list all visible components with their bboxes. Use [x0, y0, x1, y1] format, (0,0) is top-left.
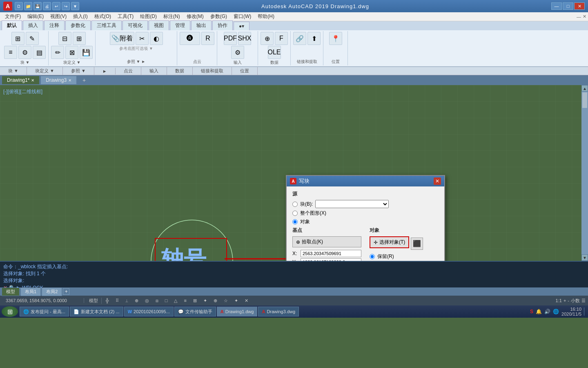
tool-redo[interactable]: ↪: [62, 2, 70, 10]
define-attr-icon[interactable]: ≡: [4, 46, 17, 59]
tab-more[interactable]: ●▾: [234, 22, 249, 30]
ribbon-minimize[interactable]: —: [577, 14, 581, 19]
wblock-icon[interactable]: ⊞: [73, 32, 86, 45]
section-input[interactable]: 输入: [141, 67, 167, 75]
menu-edit[interactable]: 编辑(E): [24, 12, 47, 21]
sel-cycling-button[interactable]: ≡: [181, 298, 189, 303]
menu-view[interactable]: 视图(V): [47, 12, 70, 21]
attach-icon[interactable]: 📎附着: [110, 32, 134, 45]
canvas-area[interactable]: [-][俯视][二维线框] 轴号 ▲ ▼: [0, 85, 588, 261]
new-doc-tab[interactable]: +: [78, 76, 91, 85]
pdf-set-icon[interactable]: ⚙: [231, 46, 244, 59]
create-block-icon[interactable]: ⊟: [58, 32, 71, 45]
doc-tab-drawing1[interactable]: Drawing1* ✕: [2, 76, 40, 85]
tool-menu[interactable]: ▼: [71, 2, 79, 10]
scroll-down-button[interactable]: ▼: [581, 254, 588, 261]
section-ref[interactable]: 参照 ▼: [63, 67, 94, 75]
autodesk-icon[interactable]: 🅐: [180, 32, 200, 45]
scroll-up-button[interactable]: ▲: [581, 85, 588, 92]
edit-icon[interactable]: ✎: [26, 32, 39, 45]
taskbar-wechat[interactable]: 💬 文件传输助手: [174, 307, 216, 316]
start-button[interactable]: ⊞: [2, 306, 18, 317]
radio-whole-label[interactable]: 整个图形(X): [300, 210, 326, 217]
vertical-scrollbar[interactable]: ▲ ▼: [581, 85, 588, 261]
x-input[interactable]: [301, 250, 361, 257]
taskbar-drawing3[interactable]: A Drawing3.dwg: [258, 307, 299, 316]
bedit-icon[interactable]: ✏: [51, 46, 64, 59]
zoom-in[interactable]: +: [564, 298, 566, 303]
snap-button[interactable]: ⠿: [113, 298, 121, 303]
block-select[interactable]: [315, 200, 389, 208]
ole-icon[interactable]: OLE: [268, 46, 281, 59]
pdf-icon[interactable]: PDF: [224, 32, 237, 45]
pick-point-button[interactable]: ⊕ 拾取点(K): [292, 236, 361, 247]
add-layout-button[interactable]: +: [63, 288, 69, 295]
zoom-out[interactable]: -: [568, 298, 569, 303]
ortho-button[interactable]: ⟂: [123, 298, 131, 303]
taskbar-wps[interactable]: W 2020102610095...: [124, 307, 174, 316]
tab-3d[interactable]: 三维工具: [91, 20, 122, 30]
lwt-button[interactable]: □: [163, 298, 170, 303]
section-data[interactable]: 数据: [167, 67, 193, 75]
tab-default[interactable]: 默认: [2, 20, 22, 30]
linewidth-button[interactable]: ☆: [221, 298, 230, 303]
tray-volume-icon[interactable]: 🔊: [544, 309, 550, 314]
manage-icon[interactable]: ⚙: [18, 46, 31, 59]
section-pointcloud[interactable]: 点云: [116, 67, 141, 75]
cmd-input[interactable]: [22, 285, 585, 291]
radio-whole[interactable]: [292, 211, 298, 216]
tab-collaborate[interactable]: 协作: [212, 20, 233, 30]
maximize-button[interactable]: □: [563, 2, 573, 10]
section-blockdef[interactable]: 块定义 ▼: [27, 67, 63, 75]
section-block[interactable]: 块 ▼: [0, 67, 27, 75]
retain-label[interactable]: 保留(R): [377, 253, 394, 260]
show-desktop-button[interactable]: [584, 307, 586, 316]
tray-bell-icon[interactable]: 🔔: [536, 309, 542, 314]
3d-osnap-button[interactable]: ⊞: [191, 298, 199, 303]
y-input[interactable]: [301, 258, 361, 261]
tray-network-icon[interactable]: 🌐: [553, 309, 559, 314]
close-button[interactable]: ✕: [574, 2, 585, 10]
tab-insert[interactable]: 插入: [23, 20, 43, 30]
bsave-icon[interactable]: 💾: [80, 46, 93, 59]
datalink-icon[interactable]: 🔗: [293, 32, 306, 45]
tab-layout1[interactable]: 布局1: [20, 287, 41, 296]
tool-open[interactable]: 📁: [24, 2, 32, 10]
field-icon[interactable]: F: [275, 32, 288, 45]
menu-file[interactable]: 文件(F): [2, 12, 24, 21]
doc-tab-drawing3-close[interactable]: ✕: [68, 78, 71, 83]
merge-icon[interactable]: ⊕: [261, 32, 274, 45]
section-link[interactable]: 链接和提取: [193, 67, 232, 75]
grid-button[interactable]: ╬: [103, 298, 111, 303]
select-object-button[interactable]: ✛ 选择对象(T): [370, 236, 409, 248]
scroll-thumb[interactable]: [582, 92, 588, 108]
recap-icon[interactable]: R: [201, 32, 214, 45]
osnap-button[interactable]: ◎: [143, 298, 151, 303]
adjust-icon[interactable]: ◐: [150, 32, 163, 45]
radio-object[interactable]: [292, 219, 298, 224]
minimize-button[interactable]: —: [551, 2, 562, 10]
polar-button[interactable]: ⊕: [132, 298, 141, 303]
transparency-button[interactable]: △: [172, 298, 180, 303]
menu-modify[interactable]: 修改(M): [183, 12, 207, 21]
sc-button[interactable]: ✕: [242, 298, 251, 303]
menu-tools[interactable]: 工具(T): [114, 12, 137, 21]
table-icon[interactable]: ▤: [33, 46, 46, 59]
customize-button[interactable]: ☰: [581, 298, 586, 303]
tool-save[interactable]: 💾: [33, 2, 42, 10]
tab-layout2[interactable]: 布局2: [42, 287, 62, 296]
taskbar-notepad[interactable]: 📄 新建文本文档 (2) ...: [70, 307, 123, 316]
menu-help[interactable]: 帮助(H): [254, 12, 278, 21]
bclose-icon[interactable]: ⊠: [65, 46, 78, 59]
menu-param[interactable]: 参数(G): [207, 12, 230, 21]
tab-output[interactable]: 输出: [191, 20, 212, 30]
upload-icon[interactable]: ⬆: [307, 32, 321, 45]
tray-s-icon[interactable]: S: [530, 309, 533, 314]
menu-dim[interactable]: 标注(N): [160, 12, 183, 21]
menu-insert[interactable]: 插入(I): [70, 12, 91, 21]
dynucs-button[interactable]: ✦: [201, 298, 209, 303]
system-clock[interactable]: 16:102020/11/5: [561, 307, 581, 316]
tab-visual[interactable]: 可视化: [122, 20, 148, 30]
tool-print[interactable]: 🖨: [43, 2, 51, 10]
shx-icon[interactable]: SHX: [238, 32, 251, 45]
